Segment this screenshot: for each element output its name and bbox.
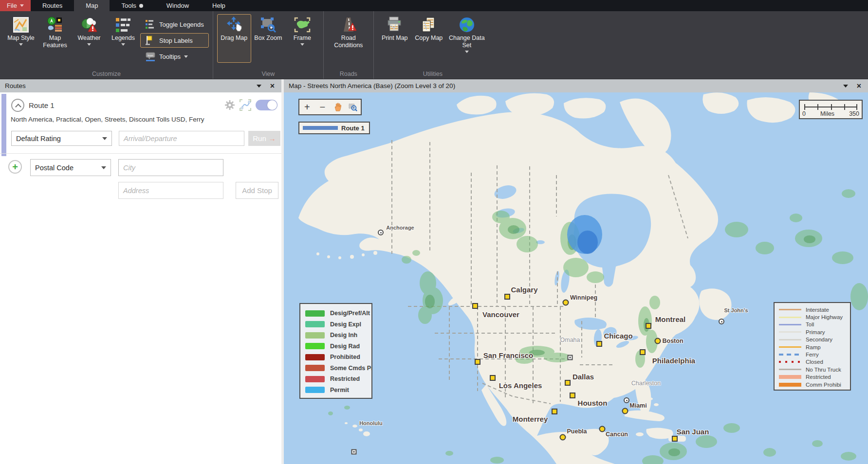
- ribbon-button-frame[interactable]: Frame: [285, 14, 319, 63]
- zoom-out-button[interactable]: −: [316, 101, 329, 113]
- menu-item-routes[interactable]: Routes: [31, 0, 74, 11]
- ribbon-button-weather[interactable]: Weather: [72, 14, 106, 63]
- ribbon-button-tooltips[interactable]: IconTooltips: [140, 49, 209, 64]
- city-marker-canc-n[interactable]: [599, 426, 606, 432]
- map-canvas[interactable]: + − Route 1 0 Miles 350 Desig/Pref/AltDe…: [284, 92, 868, 464]
- ribbon-button-toggle-legends[interactable]: Toggle Legends: [140, 17, 209, 32]
- address-input[interactable]: Address: [118, 182, 223, 199]
- legend-line-swatch: [779, 331, 801, 333]
- city-marker-san-francisco[interactable]: [475, 359, 480, 365]
- city-marker-montreal[interactable]: [646, 323, 651, 329]
- toggle-legends-icon: [145, 19, 156, 30]
- menu-item-map[interactable]: Map: [74, 0, 110, 11]
- menu-item-file[interactable]: File: [0, 0, 31, 11]
- caret-down-icon: [87, 43, 91, 46]
- legend-item-major-highway: Major Highway: [779, 313, 850, 321]
- ribbon-group-customize: Map StyleMap FeaturesWeatherLegendsToggl…: [0, 11, 213, 79]
- menu-item-window[interactable]: Window: [155, 0, 201, 11]
- drag-map-icon: [225, 17, 243, 33]
- legend-line-swatch: [779, 354, 801, 356]
- city-marker-houston[interactable]: [570, 393, 575, 398]
- ribbon-group-label-customize: Customize: [0, 71, 213, 77]
- route-collapse-button[interactable]: [11, 99, 24, 112]
- weather-icon: [81, 17, 97, 33]
- ribbon-button-label: Road Conditions: [329, 35, 368, 49]
- map-panel-close-icon[interactable]: ×: [857, 82, 861, 90]
- stop-type-dropdown[interactable]: Postal Code: [30, 159, 111, 176]
- city-marker-charleston[interactable]: [624, 397, 629, 403]
- city-marker-boston[interactable]: [655, 338, 661, 344]
- ribbon-button-stop-labels[interactable]: Stop Labels: [140, 33, 209, 48]
- city-marker-anchorage[interactable]: [378, 230, 384, 235]
- map-toolbar: + −: [298, 99, 362, 115]
- legend-item-restricted: Restricted: [305, 374, 371, 385]
- city-label-st-john-s: St John's: [724, 307, 748, 313]
- menu-item-tools[interactable]: Tools: [110, 0, 154, 11]
- routes-panel-close-icon[interactable]: ×: [270, 82, 275, 90]
- menu-item-help[interactable]: Help: [201, 0, 237, 11]
- section-divider: [0, 153, 281, 154]
- run-arrow-icon: →: [269, 134, 276, 143]
- legend-label: Ferry: [806, 352, 819, 357]
- route-options-gear-icon[interactable]: [224, 100, 235, 110]
- menu-item-label: Window: [166, 0, 189, 11]
- city-marker-calgary[interactable]: [504, 294, 510, 300]
- add-stop-button[interactable]: Add Stop: [236, 182, 278, 199]
- ribbon-button-label: Weather: [77, 35, 100, 42]
- ribbon-button-drag-map[interactable]: Drag Map: [217, 14, 251, 63]
- route-path-frame-icon[interactable]: [240, 99, 251, 111]
- box-zoom-button[interactable]: [347, 101, 359, 113]
- ribbon-button-copy-map[interactable]: Copy Map: [412, 14, 446, 63]
- pan-hand-button[interactable]: [332, 101, 344, 113]
- routes-panel-collapse-icon[interactable]: [257, 85, 261, 88]
- city-marker-honolulu[interactable]: [351, 449, 357, 455]
- legend-line-swatch: [779, 346, 801, 348]
- ribbon-button-change-data-set[interactable]: Change Data Set: [446, 14, 488, 63]
- ribbon-button-road-conditions[interactable]: Road Conditions: [328, 14, 369, 63]
- city-marker-miami[interactable]: [622, 408, 628, 414]
- scale-min: 0: [802, 110, 806, 117]
- city-marker-san-juan[interactable]: [672, 436, 678, 442]
- legend-label: Restricted: [806, 374, 831, 380]
- route-accent-bar: [1, 94, 6, 156]
- city-label-san-francisco: San Francisco: [483, 351, 534, 359]
- arrival-departure-input[interactable]: Arrival/Departure: [119, 131, 244, 146]
- city-marker-winnipeg[interactable]: [563, 300, 569, 306]
- ribbon-button-map-style[interactable]: Map Style: [4, 14, 38, 63]
- city-marker-vancouver[interactable]: [472, 303, 478, 309]
- city-marker-puebla[interactable]: [560, 434, 566, 441]
- legend-item-ferry: Ferry: [779, 351, 850, 358]
- zoom-in-button[interactable]: +: [301, 101, 314, 113]
- legend-line-swatch: [779, 383, 801, 387]
- legend-line-swatch: [779, 324, 801, 325]
- ribbon-group-label-utilities: Utilities: [374, 71, 492, 77]
- run-button[interactable]: Run →: [248, 131, 280, 146]
- city-marker-dallas[interactable]: [565, 380, 571, 386]
- ribbon-button-box-zoom[interactable]: Box Zoom: [251, 14, 285, 63]
- ribbon-button-legends[interactable]: Legends: [106, 14, 140, 63]
- legend-item-comm-prohibi: Comm Prohibi: [779, 381, 850, 388]
- route-visibility-toggle[interactable]: [256, 100, 277, 110]
- city-marker-monterrey[interactable]: [552, 409, 557, 414]
- ribbon-group-view: Drag MapBox ZoomFrameView: [213, 11, 324, 79]
- legend-item-permit: Permit: [305, 385, 371, 396]
- menu-item-label: Tools: [121, 0, 136, 11]
- city-marker-philadelphia[interactable]: [640, 349, 646, 355]
- legend-label: Toll: [806, 321, 814, 327]
- city-label-miami: Miami: [629, 402, 646, 409]
- menu-item-label: Routes: [42, 0, 62, 11]
- ribbon-button-map-features[interactable]: Map Features: [38, 14, 72, 63]
- city-marker-omaha[interactable]: [568, 355, 573, 360]
- ribbon-button-print-map[interactable]: Print Map: [378, 14, 412, 63]
- add-stop-plus-icon[interactable]: +: [8, 160, 22, 174]
- ribbon-button-label: Map Style: [7, 35, 35, 42]
- legend-label: Desig Rad: [330, 343, 360, 350]
- rating-dropdown[interactable]: Default Rating: [11, 131, 112, 146]
- city-marker-st-john-s[interactable]: [719, 319, 724, 324]
- city-input[interactable]: City: [118, 159, 223, 176]
- city-marker-chicago[interactable]: [596, 341, 602, 347]
- map-panel-header: Map - Streets North America (Base) (Zoom…: [284, 79, 868, 92]
- legend-swatch: [305, 310, 325, 317]
- city-marker-los-angeles[interactable]: [490, 375, 496, 381]
- map-panel-collapse-icon[interactable]: [843, 85, 848, 88]
